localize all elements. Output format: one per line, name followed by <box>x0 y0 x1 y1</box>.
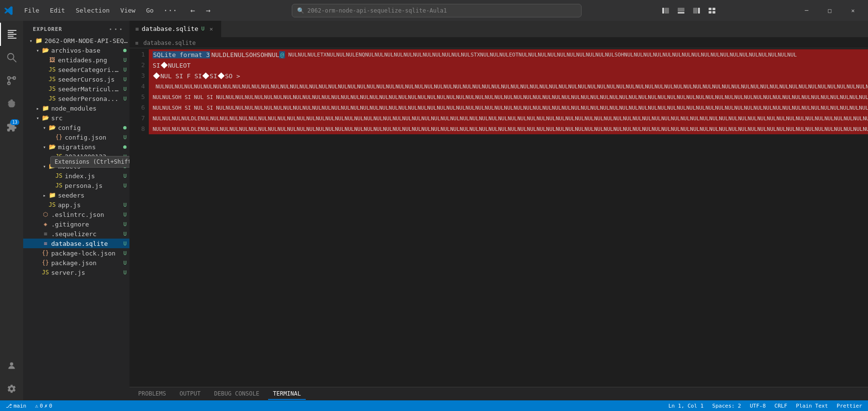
panel-tab-problems[interactable]: PROBLEMS <box>133 388 171 400</box>
breadcrumb-item[interactable]: ≡ database.sqlite <box>135 40 196 46</box>
line1-nul-long: NULNULNULETXNULNULNULENQNULNULNULNULNULN… <box>285 52 797 58</box>
status-errors[interactable]: ⚠ 0 ✗ 0 <box>33 400 55 411</box>
extensions-badge: 13 <box>10 119 19 125</box>
sidebar-item-src[interactable]: ▾ 📂 src <box>23 113 129 123</box>
sidebar-more-button[interactable]: ··· <box>108 25 124 34</box>
line3-si-so: SI <box>210 72 217 80</box>
js-file-icon: JS <box>48 95 56 102</box>
sidebar-item-package-lock[interactable]: ▾ {} package-lock.json U <box>23 248 129 258</box>
status-encoding[interactable]: UTF-8 <box>748 400 768 411</box>
sidebar-item-server-js[interactable]: ▾ JS server.js U <box>23 268 129 277</box>
menu-go[interactable]: Go <box>141 5 158 16</box>
sidebar-item-persona-js[interactable]: ▾ JS persona.js U <box>23 181 129 190</box>
file-name: config.json <box>65 134 121 141</box>
folder-name: seeders <box>58 192 129 199</box>
tab-modified-badge: U <box>201 26 205 32</box>
activity-explorer[interactable] <box>0 23 23 46</box>
sidebar-item-migrations[interactable]: ▾ 📂 migrations <box>23 142 129 152</box>
sidebar-item-eslintrc[interactable]: ▾ ⬡ .eslintrc.json U <box>23 210 129 219</box>
sidebar-item-index-js[interactable]: ▾ JS index.js U <box>23 171 129 181</box>
sidebar-item-sequelizerc[interactable]: ▾ ≡ .sequelizerc U <box>23 229 129 239</box>
warning-count: 0 <box>49 403 52 409</box>
tab-close-button[interactable]: ✕ <box>207 25 215 33</box>
activity-extensions[interactable]: 13 <box>0 115 23 139</box>
file-name: .gitignore <box>51 221 121 228</box>
rc-file-icon: ≡ <box>42 230 49 238</box>
sidebar-item-seeders[interactable]: ▸ 📁 seeders <box>23 190 129 200</box>
svg-rect-0 <box>662 8 664 14</box>
sidebar-item-seeder-cursos[interactable]: ▾ JS seederCursos.js U <box>23 74 129 84</box>
svg-rect-9 <box>712 11 715 14</box>
line5-start: NULNULSOH SI <box>153 94 191 100</box>
sidebar-item-database-sqlite[interactable]: ▾ ≡ database.sqlite U <box>23 239 129 248</box>
line5-nul-content: NULNULNULNULNULNULNULNULNULNULNULNULNULN… <box>216 94 868 100</box>
nav-back-button[interactable]: ← <box>186 4 199 17</box>
sidebar-item-migration-file[interactable]: ▾ JS 20241009123... U <box>23 152 129 161</box>
sidebar-item-gitignore[interactable]: ▾ ◈ .gitignore U <box>23 219 129 229</box>
menu-view[interactable]: View <box>115 5 140 16</box>
activity-source-control[interactable] <box>0 69 23 92</box>
file-name: package-lock.json <box>51 250 121 257</box>
sidebar-item-node-modules[interactable]: ▸ 📁 node_modules <box>23 103 129 113</box>
status-prettier[interactable]: Prettier <box>835 400 864 411</box>
sidebar-item-seeder-matricul[interactable]: ▾ JS seederMatricul... U <box>23 84 129 94</box>
activity-debug[interactable] <box>0 92 23 115</box>
status-eol[interactable]: CRLF <box>772 400 789 411</box>
menu-file[interactable]: File <box>19 5 44 16</box>
sidebar-item-config-json[interactable]: ▾ {} config.json U <box>23 132 129 142</box>
git-badge: U <box>123 76 127 83</box>
status-spaces[interactable]: Spaces: 2 <box>711 400 743 411</box>
nav-forward-button[interactable]: → <box>201 4 215 17</box>
toggle-secondary-button[interactable] <box>690 4 703 17</box>
code-editor[interactable]: SQLite format 3 NULDLENULSOHSOHNUL @ NUL… <box>149 48 868 387</box>
menu-selection[interactable]: Selection <box>71 5 114 16</box>
line4-nul-content: NULNULNULNULNULNULNULNULNULNULNULNULNULN… <box>156 84 868 90</box>
line6-nul-content: NULNULNULNULNULNULNULNULNULNULNULNULNULN… <box>216 105 868 111</box>
activity-settings[interactable] <box>0 377 23 400</box>
minimize-button[interactable]: ─ <box>796 3 818 18</box>
js-file-icon: JS <box>55 182 63 189</box>
status-cursor-position[interactable]: Ln 1, Col 1 <box>667 400 706 411</box>
search-text: 2062-orm-node-api-sequelize-sqlite-Aula1 <box>307 7 447 14</box>
sidebar-item-entidades[interactable]: ▾ 🖼 entidades.png U <box>23 55 129 65</box>
menu-edit[interactable]: Edit <box>45 5 70 16</box>
svg-rect-6 <box>709 8 711 10</box>
file-name: package.json <box>51 259 121 267</box>
sidebar-item-archivos-base[interactable]: ▾ 📂 archivos-base <box>23 45 129 55</box>
panel-tab-debug-console[interactable]: DEBUG CONSOLE <box>209 388 264 400</box>
tree-root[interactable]: ▾ 📁 2062-ORM-NODE-API-SEQ... <box>23 36 129 45</box>
activity-search[interactable] <box>0 46 23 69</box>
folder-name: archivos-base <box>51 47 123 54</box>
tab-database-sqlite[interactable]: ≡ database.sqlite U ✕ <box>129 21 221 37</box>
folder-open-icon: 📂 <box>42 114 49 122</box>
chevron-down-icon: ▾ <box>27 37 35 44</box>
panel-tab-output[interactable]: OUTPUT <box>175 388 205 400</box>
git-badge: U <box>123 86 127 92</box>
sidebar-item-package-json[interactable]: ▾ {} package.json U <box>23 258 129 268</box>
vscode-logo <box>4 6 14 15</box>
git-badge: U <box>123 250 127 256</box>
sidebar-item-seeder-persona[interactable]: ▾ JS seederPersona... U <box>23 94 129 103</box>
activity-account[interactable] <box>0 354 23 377</box>
customize-layout-button[interactable] <box>705 4 719 17</box>
toggle-sidebar-button[interactable] <box>659 4 672 17</box>
js-file-icon: JS <box>48 201 56 209</box>
svg-rect-1 <box>665 8 669 14</box>
sidebar-item-models[interactable]: ▾ 📂 models <box>23 161 129 171</box>
status-language[interactable]: Plain Text <box>794 400 830 411</box>
search-bar[interactable]: 🔍 2062-orm-node-api-sequelize-sqlite-Aul… <box>292 4 582 17</box>
close-button[interactable]: ✕ <box>842 3 864 18</box>
menu-more[interactable]: ··· <box>159 4 181 17</box>
sidebar-item-seeder-categori[interactable]: ▾ JS seederCategori... U <box>23 65 129 74</box>
sidebar-content: ▾ 📁 2062-ORM-NODE-API-SEQ... ▾ 📂 archivo… <box>23 36 129 400</box>
sidebar-item-config[interactable]: ▾ 📂 config <box>23 123 129 132</box>
git-badge: U <box>123 212 127 218</box>
sidebar: EXPLORER ··· ▾ 📁 2062-ORM-NODE-API-SEQ..… <box>23 21 129 400</box>
panel-tab-terminal[interactable]: TERMINAL <box>268 388 306 400</box>
status-branch[interactable]: ⎇ main <box>4 400 28 411</box>
maximize-button[interactable]: □ <box>819 3 841 18</box>
sidebar-item-app-js[interactable]: ▾ JS app.js U <box>23 200 129 210</box>
cursor-pos-text: Ln 1, Col 1 <box>669 403 704 409</box>
git-badge: U <box>123 134 127 141</box>
toggle-panel-button[interactable] <box>674 4 688 17</box>
